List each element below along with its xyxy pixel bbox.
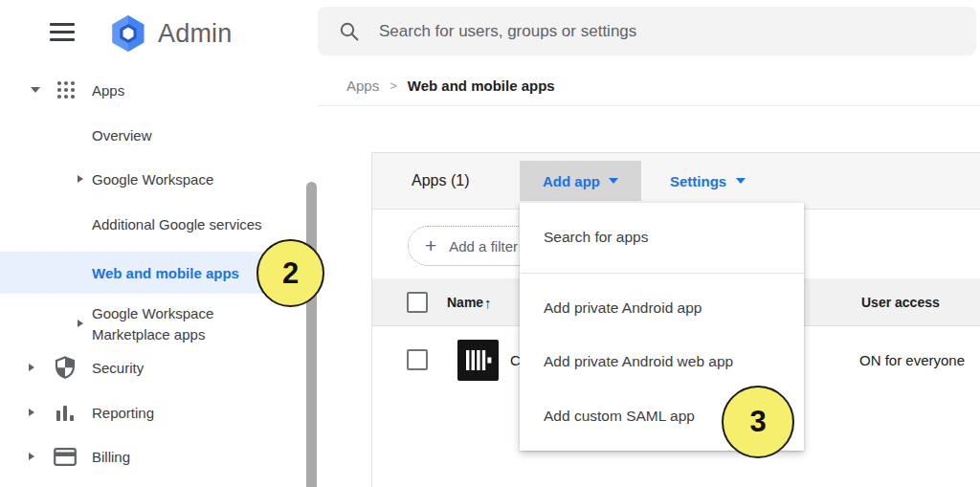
shield-icon [55, 356, 76, 379]
sidebar-item-reporting[interactable]: Reporting [0, 398, 317, 427]
credit-card-icon [54, 448, 77, 466]
settings-button[interactable]: Settings [670, 161, 746, 201]
sidebar-item-apps[interactable]: Apps [0, 76, 317, 104]
column-header-name[interactable]: Name [447, 295, 483, 310]
menu-item-add-private-android-web-app[interactable]: Add private Android web app [520, 343, 804, 381]
sidebar-item-label: Overview [92, 127, 152, 144]
breadcrumb-current-page: Web and mobile apps [408, 77, 555, 94]
add-app-label: Add app [543, 173, 600, 189]
chevron-right-icon[interactable] [29, 453, 34, 460]
header-divider [318, 105, 980, 106]
add-app-button[interactable]: Add app [520, 161, 641, 201]
chevron-right-icon[interactable] [29, 409, 34, 416]
apps-toolbar: Apps (1) Add app Settings [372, 153, 980, 210]
sidebar-item-marketplace-apps[interactable]: Google Workspace Marketplace apps [0, 303, 317, 345]
user-access-status: ON for everyone [859, 351, 965, 367]
annotation-step-2-badge: 2 [256, 239, 324, 307]
admin-console-page: Admin Apps > Web and mobile apps Apps Ov [0, 0, 980, 487]
search-input[interactable] [379, 22, 915, 41]
breadcrumb: Apps > Web and mobile apps [346, 76, 555, 95]
plus-icon: + [425, 234, 436, 257]
sidebar-item-overview[interactable]: Overview [0, 121, 317, 149]
apps-count-title: Apps (1) [412, 172, 469, 189]
menu-hamburger-icon[interactable] [50, 23, 75, 42]
chevron-right-icon[interactable] [29, 364, 34, 371]
sidebar-item-label: Web and mobile apps [92, 265, 239, 281]
breadcrumb-apps-link[interactable]: Apps [346, 77, 379, 94]
admin-wordmark: Admin [158, 19, 233, 49]
menu-item-add-private-android-app[interactable]: Add private Android app [520, 289, 804, 327]
sidebar-item-label: Apps [92, 82, 124, 99]
app-logo-icon [457, 340, 499, 381]
global-search-bar[interactable] [318, 7, 976, 55]
sidebar-item-google-workspace[interactable]: Google Workspace [0, 165, 317, 193]
bar-chart-icon [56, 404, 75, 421]
chevron-down-icon [609, 178, 618, 184]
column-header-user-access: User access [861, 295, 940, 310]
sidebar-item-label: Billing [92, 449, 130, 465]
menu-item-search-for-apps[interactable]: Search for apps [520, 218, 804, 256]
add-filter-label: Add a filter [449, 238, 518, 255]
chevron-down-icon[interactable] [31, 87, 40, 93]
sort-ascending-icon[interactable]: ↑ [484, 294, 492, 310]
sidebar-item-label: Additional Google services [92, 216, 262, 232]
sidebar-item-security[interactable]: Security [0, 353, 317, 382]
row-checkbox[interactable] [407, 349, 428, 370]
settings-label: Settings [670, 173, 726, 189]
sidebar-item-label: Reporting [92, 405, 154, 421]
admin-hexagon-icon [107, 12, 149, 55]
breadcrumb-separator: > [390, 78, 397, 93]
annotation-step-3-badge: 3 [722, 386, 794, 458]
google-admin-logo[interactable]: Admin [107, 11, 222, 55]
sidebar-item-billing[interactable]: Billing [0, 442, 317, 471]
menu-divider [520, 273, 804, 274]
search-icon [339, 21, 360, 42]
sidebar-item-label: Security [92, 360, 144, 376]
select-all-checkbox[interactable] [407, 292, 428, 313]
chevron-down-icon [736, 178, 746, 184]
chevron-right-icon[interactable] [78, 320, 83, 327]
sidebar-item-label: Google Workspace [92, 171, 213, 188]
apps-grid-icon [56, 79, 77, 100]
sidebar-scrollbar[interactable] [306, 182, 317, 487]
sidebar-item-label: Google Workspace Marketplace apps [92, 303, 255, 344]
sidebar-item-additional-google-services[interactable]: Additional Google services [0, 210, 317, 238]
chevron-right-icon[interactable] [78, 175, 83, 183]
